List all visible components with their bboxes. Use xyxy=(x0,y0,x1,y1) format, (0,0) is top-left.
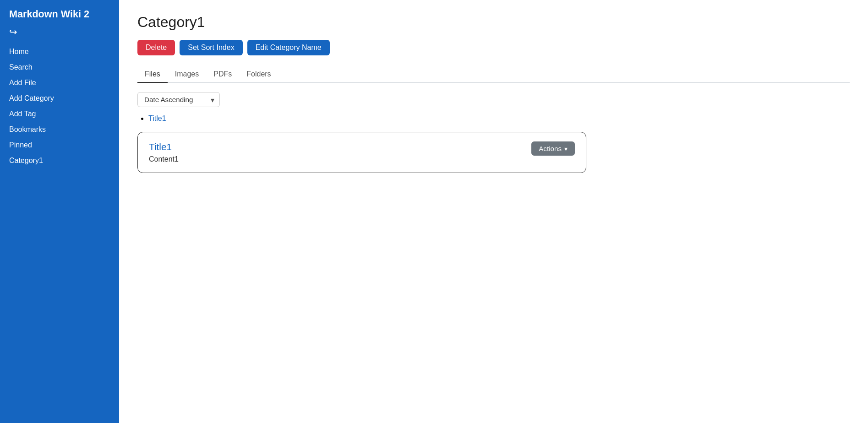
tab-pdfs[interactable]: PDFs xyxy=(206,66,239,83)
tab-images[interactable]: Images xyxy=(168,66,206,83)
tab-files[interactable]: Files xyxy=(137,66,168,83)
list-item: Title1 xyxy=(148,114,850,123)
file-list: Title1 xyxy=(137,114,850,123)
edit-category-name-button[interactable]: Edit Category Name xyxy=(247,40,330,55)
sidebar-item-add-tag[interactable]: Add Tag xyxy=(0,106,119,122)
sidebar-item-pinned[interactable]: Pinned xyxy=(0,137,119,153)
sort-select-wrapper[interactable]: Date AscendingDate DescendingName Ascend… xyxy=(137,92,220,107)
sidebar: Markdown Wiki 2 ↪ HomeSearchAdd FileAdd … xyxy=(0,0,119,423)
tabs: FilesImagesPDFsFolders xyxy=(137,66,850,83)
file-card-content: Content1 xyxy=(149,155,531,163)
logout-icon[interactable]: ↪ xyxy=(9,27,17,37)
app-title: Markdown Wiki 2 xyxy=(0,0,119,25)
actions-button[interactable]: Actions xyxy=(531,141,575,156)
file-list-link[interactable]: Title1 xyxy=(148,114,166,122)
file-card: Title1Content1Actions xyxy=(137,132,586,173)
main-content: Category1 Delete Set Sort Index Edit Cat… xyxy=(119,0,868,423)
sidebar-item-add-category[interactable]: Add Category xyxy=(0,91,119,106)
sidebar-nav: HomeSearchAdd FileAdd CategoryAdd TagBoo… xyxy=(0,42,119,170)
sort-select[interactable]: Date AscendingDate DescendingName Ascend… xyxy=(137,92,220,107)
file-card-body: Title1Content1 xyxy=(149,141,531,163)
file-cards: Title1Content1Actions xyxy=(137,132,850,173)
file-card-title[interactable]: Title1 xyxy=(149,141,531,152)
sort-dropdown-wrap: Date AscendingDate DescendingName Ascend… xyxy=(137,92,850,107)
sidebar-item-category1[interactable]: Category1 xyxy=(0,153,119,168)
sidebar-item-search[interactable]: Search xyxy=(0,60,119,75)
set-sort-index-button[interactable]: Set Sort Index xyxy=(180,40,242,55)
tab-folders[interactable]: Folders xyxy=(239,66,278,83)
sidebar-item-bookmarks[interactable]: Bookmarks xyxy=(0,122,119,137)
delete-button[interactable]: Delete xyxy=(137,40,175,55)
action-buttons: Delete Set Sort Index Edit Category Name xyxy=(137,40,850,55)
logout-area[interactable]: ↪ xyxy=(0,25,119,42)
page-title: Category1 xyxy=(137,14,850,31)
sidebar-item-add-file[interactable]: Add File xyxy=(0,75,119,91)
sidebar-item-home[interactable]: Home xyxy=(0,44,119,60)
